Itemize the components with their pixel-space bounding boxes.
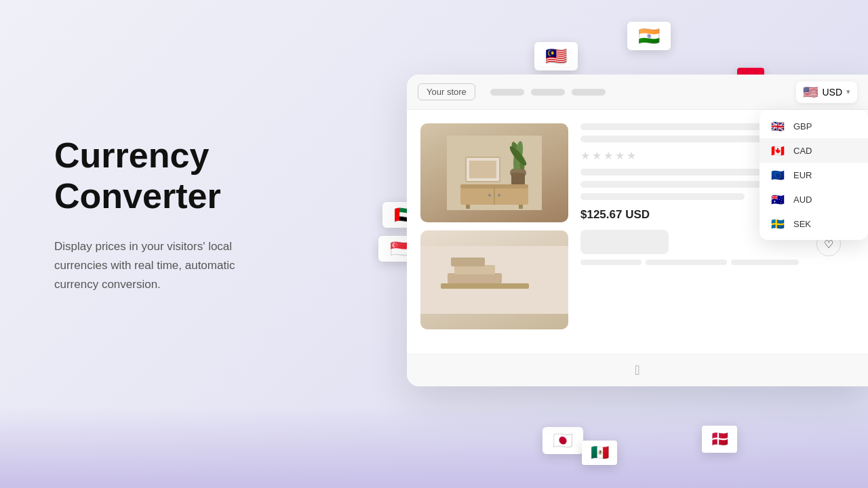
product-image-1: [420, 123, 568, 222]
browser-mockup: Your store 🇺🇸 USD ▾ 🇬🇧 GBP 🇨🇦 CAD 🇪🇺 EUR…: [407, 75, 868, 386]
bottom-line-1: [580, 260, 642, 265]
currency-option-gbp[interactable]: 🇬🇧 GBP: [760, 114, 868, 138]
browser-footer: : [407, 354, 868, 386]
currency-option-sek[interactable]: 🇸🇪 SEK: [760, 211, 868, 236]
star-4: ★: [615, 149, 625, 162]
currency-dropdown: 🇬🇧 GBP 🇨🇦 CAD 🇪🇺 EUR 🇦🇺 AUD 🇸🇪 SEK: [760, 110, 868, 240]
selected-currency-code: USD: [822, 87, 842, 98]
flag-japan: 🇯🇵: [542, 427, 583, 454]
page-title: Currency Converter: [54, 136, 339, 217]
flag-india: 🇮🇳: [627, 22, 671, 50]
svg-point-11: [488, 194, 491, 197]
svg-rect-18: [451, 258, 485, 266]
flag-malaysia: 🇲🇾: [534, 42, 578, 70]
flag-mexico: 🇲🇽: [582, 441, 617, 465]
product-card-2: [420, 230, 568, 329]
furniture-illustration: [447, 136, 542, 210]
bottom-line-2: [646, 260, 727, 265]
currency-option-cad[interactable]: 🇨🇦 CAD: [760, 138, 868, 163]
currency-option-eur[interactable]: 🇪🇺 EUR: [760, 163, 868, 187]
svg-rect-8: [466, 205, 470, 209]
currency-code-cad: CAD: [793, 146, 812, 156]
browser-nav: Your store 🇺🇸 USD ▾: [407, 75, 868, 110]
svg-rect-16: [448, 273, 502, 283]
nav-pill-1: [490, 89, 524, 96]
dropdown-chevron: ▾: [846, 87, 850, 96]
svg-point-12: [498, 194, 500, 197]
star-2: ★: [592, 149, 601, 162]
svg-rect-9: [519, 205, 523, 209]
svg-rect-14: [469, 161, 496, 178]
svg-rect-19: [441, 283, 529, 289]
nav-pill-3: [572, 89, 606, 96]
currency-code-sek: SEK: [793, 219, 811, 229]
currency-selector[interactable]: 🇺🇸 USD ▾: [796, 81, 857, 103]
product-card-1: [420, 123, 568, 222]
currency-option-aud[interactable]: 🇦🇺 AUD: [760, 187, 868, 211]
star-1: ★: [580, 149, 590, 162]
left-content: Currency Converter Display prices in you…: [54, 136, 339, 294]
products-column: [420, 123, 570, 338]
books-illustration: [420, 230, 568, 329]
star-5: ★: [627, 149, 636, 162]
product-image-2: [420, 230, 568, 329]
currency-code-gbp: GBP: [793, 121, 812, 131]
bottom-band: [0, 407, 868, 488]
bottom-line-3: [731, 260, 799, 265]
bottom-detail-lines: [580, 260, 854, 265]
svg-rect-17: [454, 265, 495, 274]
currency-code-aud: AUD: [793, 195, 812, 205]
store-label: Your store: [418, 83, 475, 100]
svg-rect-2: [511, 173, 525, 185]
star-3: ★: [604, 149, 613, 162]
currency-code-eur: EUR: [793, 170, 812, 180]
add-to-cart-placeholder: [580, 230, 669, 254]
page-subtitle: Display prices in your visitors' local c…: [54, 237, 339, 294]
flag-denmark: 🇩🇰: [702, 426, 737, 453]
detail-line-5: [580, 193, 745, 200]
apple-icon: : [635, 363, 639, 378]
nav-pill-2: [531, 89, 565, 96]
